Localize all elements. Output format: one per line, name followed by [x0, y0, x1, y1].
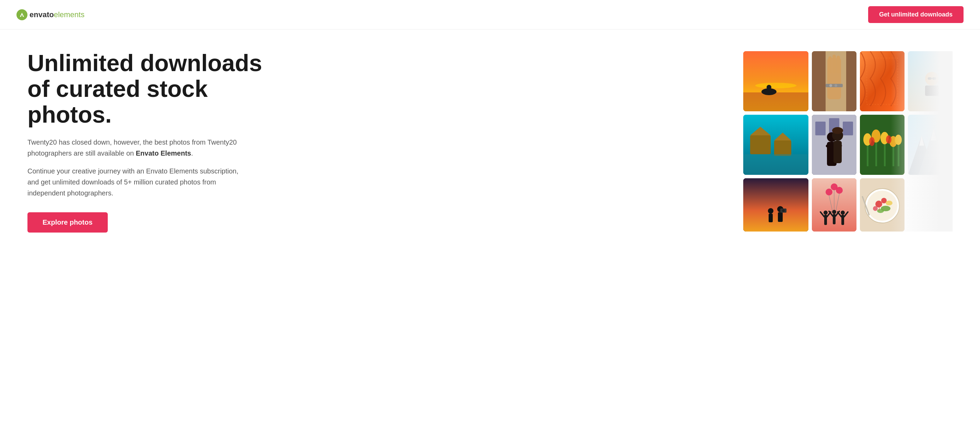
photo-people-arms-up: [812, 178, 856, 232]
svg-rect-17: [778, 212, 783, 222]
svg-rect-12: [743, 154, 808, 175]
svg-point-3: [755, 83, 796, 88]
logo-envato-text: envato: [30, 10, 54, 19]
header: envatoelements Get unlimited downloads: [0, 0, 980, 30]
logo[interactable]: envatoelements: [16, 9, 84, 20]
hand-svg: [812, 51, 856, 111]
svg-point-83: [877, 209, 884, 213]
svg-point-45: [836, 187, 843, 194]
photo-hand-bracelet: [812, 51, 856, 111]
hero-description-1: Twenty20 has closed down, however, the b…: [27, 137, 240, 159]
svg-rect-22: [828, 56, 832, 73]
main-content: Unlimited downloads of curated stock pho…: [0, 30, 980, 253]
svg-rect-39: [834, 141, 842, 163]
svg-point-19: [782, 209, 785, 212]
envato-logo-icon: [16, 9, 27, 20]
photo-sunset-silhouette: [743, 51, 808, 111]
svg-point-57: [841, 211, 845, 215]
svg-rect-65: [875, 139, 877, 166]
svg-rect-25: [826, 84, 843, 87]
logo-elements-text: elements: [54, 10, 84, 19]
svg-rect-29: [846, 51, 856, 111]
svg-point-81: [873, 206, 878, 211]
photo-couple-hug: [812, 115, 856, 175]
svg-rect-32: [815, 121, 826, 135]
svg-rect-28: [812, 51, 826, 111]
arms-svg: [812, 178, 856, 232]
hug-svg: [812, 115, 856, 175]
svg-point-78: [867, 191, 897, 221]
svg-rect-8: [750, 135, 771, 154]
svg-rect-90: [932, 77, 936, 80]
svg-point-27: [835, 84, 837, 87]
fabric-svg: [860, 51, 905, 111]
svg-rect-89: [928, 77, 932, 80]
svg-point-43: [826, 188, 832, 195]
hero-text: Unlimited downloads of curated stock pho…: [27, 50, 268, 233]
svg-rect-64: [867, 142, 869, 166]
svg-point-38: [832, 127, 843, 134]
svg-rect-68: [898, 142, 899, 166]
photo-person-driving: [908, 51, 953, 111]
photo-column-1: [743, 51, 808, 232]
svg-point-26: [829, 84, 832, 87]
photo-mountains: [908, 115, 953, 175]
svg-point-14: [768, 208, 773, 214]
hero-headline: Unlimited downloads of curated stock pho…: [27, 50, 268, 127]
svg-point-74: [869, 137, 875, 146]
svg-rect-15: [768, 214, 773, 222]
get-unlimited-downloads-button[interactable]: Get unlimited downloads: [868, 6, 964, 23]
hero-description-2: Continue your creative journey with an E…: [27, 166, 240, 198]
photo-column-2: [812, 51, 856, 232]
svg-point-73: [895, 135, 902, 145]
mountains-svg: [908, 115, 953, 175]
svg-rect-2: [743, 93, 808, 111]
photo-column-4: [908, 51, 953, 232]
svg-point-0: [16, 9, 27, 20]
svg-point-84: [886, 201, 892, 205]
svg-rect-34: [843, 121, 853, 135]
svg-point-75: [886, 135, 891, 144]
explore-photos-button[interactable]: Explore photos: [27, 212, 108, 233]
svg-point-49: [824, 211, 828, 215]
svg-rect-67: [892, 144, 894, 166]
svg-point-5: [767, 85, 772, 89]
photo-yellow-flowers: [860, 115, 905, 175]
sunset-svg: [743, 51, 808, 111]
flowers-svg: [860, 115, 905, 175]
photo-food-bowl: [860, 178, 905, 232]
svg-rect-24: [837, 56, 840, 73]
resort-svg: [743, 115, 808, 175]
food-svg: [860, 178, 905, 232]
photo-column-3: [860, 51, 905, 232]
photo-aerial-resort: [743, 115, 808, 175]
driving-svg: [908, 51, 953, 111]
svg-rect-10: [774, 141, 791, 156]
svg-rect-13: [743, 178, 808, 232]
svg-rect-88: [925, 86, 939, 96]
svg-rect-6: [767, 89, 772, 93]
svg-rect-66: [884, 141, 886, 166]
photo-couple-silhouette: [743, 178, 808, 232]
photo-grid: [743, 51, 953, 232]
svg-point-53: [832, 210, 836, 214]
photo-orange-fabric: [860, 51, 905, 111]
silhouette-svg: [743, 178, 808, 232]
svg-rect-23: [832, 54, 836, 73]
